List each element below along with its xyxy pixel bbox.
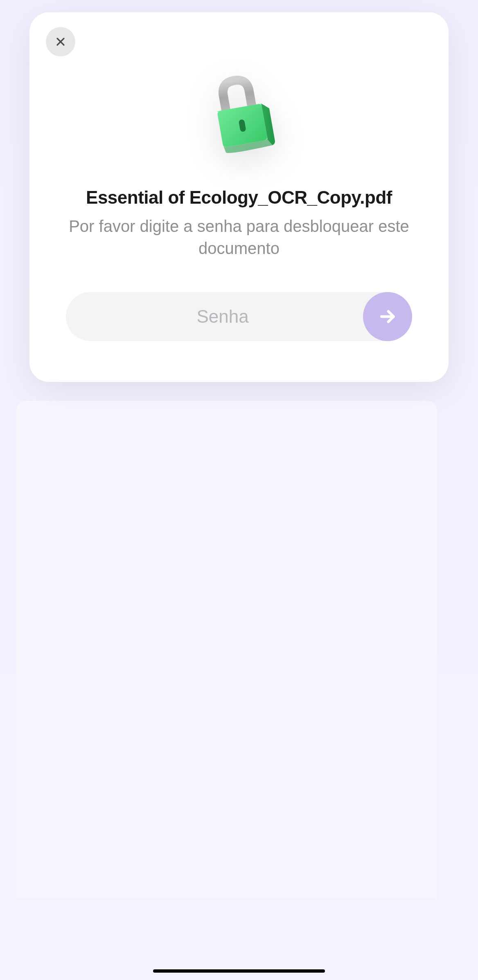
- password-input[interactable]: [66, 292, 412, 341]
- close-icon: [54, 35, 67, 48]
- unlock-instruction: Por favor digite a senha para desbloquea…: [46, 215, 432, 259]
- background-content: [16, 401, 437, 898]
- document-title: Essential of Ecology_OCR_Copy.pdf: [46, 187, 432, 208]
- close-button[interactable]: [46, 27, 75, 56]
- lock-icon: [202, 73, 276, 155]
- password-form: [46, 292, 432, 341]
- lock-illustration: [46, 73, 432, 155]
- home-indicator[interactable]: [153, 969, 325, 973]
- password-input-wrapper: [66, 292, 412, 341]
- submit-button[interactable]: [363, 292, 412, 341]
- arrow-right-icon: [379, 308, 397, 326]
- unlock-document-modal: Essential of Ecology_OCR_Copy.pdf Por fa…: [29, 12, 449, 382]
